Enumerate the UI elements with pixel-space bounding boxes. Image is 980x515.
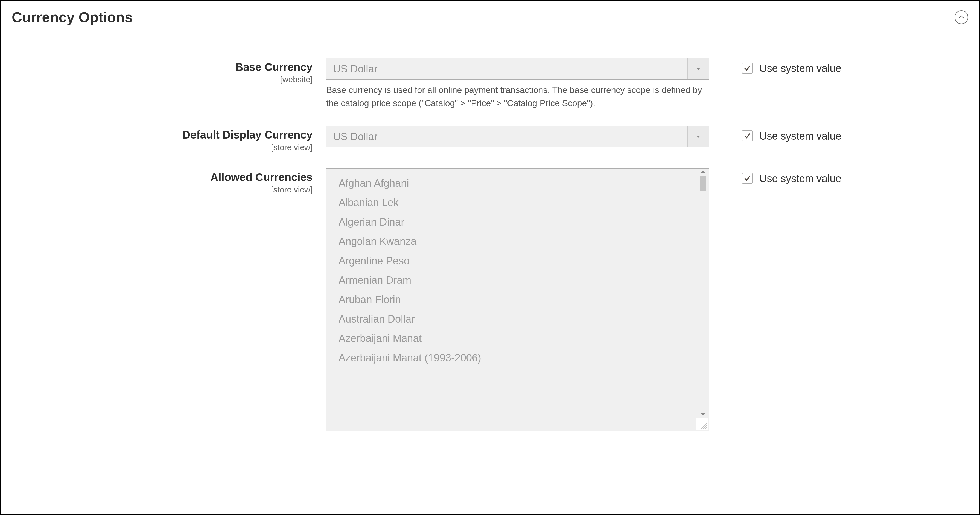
multiselect-option[interactable]: Afghan Afghani xyxy=(326,173,709,193)
section-title: Currency Options xyxy=(12,9,133,25)
base-currency-select[interactable]: US Dollar xyxy=(326,58,709,79)
allowed-currencies-scope: [store view] xyxy=(12,185,313,194)
allowed-currencies-use-system-checkbox[interactable] xyxy=(742,173,753,184)
chevron-down-icon xyxy=(687,59,709,79)
default-display-currency-label: Default Display Currency xyxy=(12,129,313,141)
allowed-currencies-options: Afghan AfghaniAlbanian LekAlgerian Dinar… xyxy=(326,168,709,431)
scroll-thumb[interactable] xyxy=(700,176,706,191)
default-display-currency-scope: [store view] xyxy=(12,143,313,152)
use-system-label: Use system value xyxy=(759,173,842,184)
field-label-col: Base Currency [website] xyxy=(12,58,326,84)
multiselect-option[interactable]: Armenian Dram xyxy=(326,270,709,290)
base-currency-scope: [website] xyxy=(12,75,313,84)
default-display-currency-value: US Dollar xyxy=(333,131,378,143)
base-currency-value: US Dollar xyxy=(333,63,378,75)
field-label-col: Allowed Currencies [store view] xyxy=(12,168,326,194)
multiselect-option[interactable]: Azerbaijani Manat xyxy=(326,329,709,348)
default-display-currency-use-system-checkbox[interactable] xyxy=(742,130,753,141)
scroll-down-icon[interactable] xyxy=(700,413,705,416)
field-label-col: Default Display Currency [store view] xyxy=(12,126,326,152)
use-system-label: Use system value xyxy=(759,63,842,74)
multiselect-option[interactable]: Azerbaijani Manat (1993-2006) xyxy=(326,348,709,368)
field-allowed-currencies: Allowed Currencies [store view] Afghan A… xyxy=(12,168,968,431)
scrollbar[interactable] xyxy=(698,170,708,417)
allowed-currencies-label: Allowed Currencies xyxy=(12,171,313,183)
multiselect-option[interactable]: Albanian Lek xyxy=(326,193,709,212)
collapse-icon[interactable] xyxy=(955,10,968,24)
section-header[interactable]: Currency Options xyxy=(12,9,968,25)
base-currency-label: Base Currency xyxy=(12,61,313,73)
multiselect-option[interactable]: Algerian Dinar xyxy=(326,212,709,232)
field-control-col: US Dollar xyxy=(326,126,709,147)
multiselect-option[interactable]: Australian Dollar xyxy=(326,310,709,329)
use-system-label: Use system value xyxy=(759,130,842,142)
field-default-display-currency: Default Display Currency [store view] US… xyxy=(12,126,968,152)
multiselect-option[interactable]: Angolan Kwanza xyxy=(326,232,709,251)
use-system-col: Use system value xyxy=(709,168,842,184)
multiselect-option[interactable]: Argentine Peso xyxy=(326,251,709,270)
base-currency-note: Base currency is used for all online pay… xyxy=(326,83,709,110)
field-control-col: US Dollar Base currency is used for all … xyxy=(326,58,709,110)
default-display-currency-select[interactable]: US Dollar xyxy=(326,126,709,147)
chevron-down-icon xyxy=(687,126,709,147)
use-system-col: Use system value xyxy=(709,126,842,142)
base-currency-use-system-checkbox[interactable] xyxy=(742,63,753,73)
config-panel: Currency Options Base Currency [website]… xyxy=(0,0,980,515)
multiselect-option[interactable]: Aruban Florin xyxy=(326,290,709,310)
field-control-col: Afghan AfghaniAlbanian LekAlgerian Dinar… xyxy=(326,168,709,431)
resize-grip-icon[interactable] xyxy=(696,418,708,430)
use-system-col: Use system value xyxy=(709,58,842,74)
allowed-currencies-multiselect[interactable]: Afghan AfghaniAlbanian LekAlgerian Dinar… xyxy=(326,168,709,431)
field-base-currency: Base Currency [website] US Dollar Base c… xyxy=(12,58,968,110)
scroll-up-icon[interactable] xyxy=(700,170,705,173)
